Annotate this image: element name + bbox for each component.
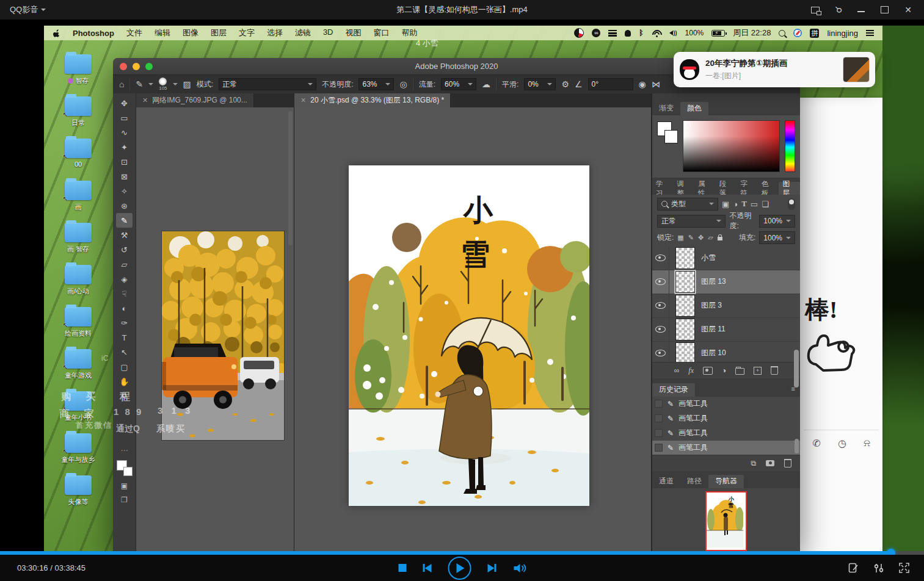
layer-thumbnail[interactable] xyxy=(675,271,695,293)
qq-notification[interactable]: 20年李宁静第①期插画 一卷:[图片] xyxy=(674,52,875,87)
layer-row[interactable]: T 图层 3 xyxy=(652,294,800,318)
symmetry-icon[interactable]: ⋈ xyxy=(652,79,660,89)
screenshot-button[interactable] xyxy=(848,563,859,573)
filter-smart-objects-icon[interactable]: ❏ xyxy=(762,200,769,209)
dock-scrollbar[interactable] xyxy=(794,350,799,388)
layer-opacity-select[interactable]: 100% xyxy=(759,215,795,228)
doodle-window[interactable]: 棒! ✆ ◷ ⍾ xyxy=(800,98,882,554)
pressure-size-icon[interactable]: ◉ xyxy=(639,79,646,89)
lock-artboard-icon[interactable]: ▱ xyxy=(708,234,713,242)
panel-tab[interactable]: 通道 xyxy=(652,475,680,488)
previous-button[interactable] xyxy=(423,564,431,572)
new-group-icon[interactable] xyxy=(735,368,744,375)
panel-tab[interactable]: 调整 xyxy=(674,182,695,195)
lock-position-icon[interactable]: ✥ xyxy=(698,234,704,242)
desktop-folder[interactable]: ↖ 画/心动 xyxy=(48,263,109,305)
color-swatch-pair[interactable] xyxy=(657,120,678,173)
close-tab-icon[interactable]: ✕ xyxy=(300,96,306,104)
layer-filter-select[interactable]: 类型 xyxy=(657,198,718,211)
doc-tab-psd[interactable]: ✕ 20 小雪.psd @ 33.3% (图层 13, RGB/8) * xyxy=(294,93,451,107)
safari-icon[interactable] xyxy=(793,29,802,37)
menubar-menu-item[interactable]: 视图 xyxy=(346,27,362,38)
brush-tool[interactable]: ✎ xyxy=(116,213,133,228)
history-step[interactable]: ✎ 画笔工具 xyxy=(652,441,800,455)
lasso-tool[interactable]: ∿ xyxy=(116,125,133,140)
volume-icon[interactable]: )) xyxy=(669,30,677,36)
history-brush-tool[interactable]: ↺ xyxy=(116,242,133,257)
menubar-menu-item[interactable]: 滤镜 xyxy=(295,27,311,38)
healing-brush-tool[interactable]: ⊛ xyxy=(116,198,133,213)
path-selection-tool[interactable]: ↖ xyxy=(116,345,133,359)
pane-body-right[interactable]: 小 雪 xyxy=(294,107,651,551)
menubar-menu-item[interactable]: 选择 xyxy=(267,27,283,38)
history-scrollbar[interactable] xyxy=(795,439,799,453)
screen-mode-icon[interactable]: ❐ xyxy=(121,496,128,504)
layer-fill-select[interactable]: 100% xyxy=(759,231,795,244)
panel-tab[interactable]: 图层 xyxy=(779,182,800,195)
crop-tool[interactable]: ⊡ xyxy=(116,154,133,169)
dodge-tool[interactable]: ◐ xyxy=(116,301,133,316)
color-swatches[interactable] xyxy=(117,460,133,476)
history-tab[interactable]: 历史记录 xyxy=(652,383,695,397)
pane-scrollbar[interactable] xyxy=(288,111,293,245)
home-icon[interactable]: ⌂ xyxy=(119,79,124,89)
menubar-menu-item[interactable]: 编辑 xyxy=(155,27,170,38)
fullscreen-button[interactable] xyxy=(899,563,909,573)
shape-tool[interactable]: ▢ xyxy=(116,359,133,374)
history-source-checkbox[interactable] xyxy=(655,444,663,452)
stop-button[interactable] xyxy=(398,564,406,572)
desktop-folder[interactable]: ↖ 00 xyxy=(48,137,109,179)
lock-all-icon[interactable] xyxy=(718,237,722,240)
layer-row[interactable]: T 图层 13 xyxy=(652,270,800,294)
desktop-folder[interactable]: ↖ 智存 xyxy=(48,52,109,95)
background-color-swatch[interactable] xyxy=(123,467,133,476)
menubar-user[interactable]: liningjing xyxy=(827,29,858,38)
menubar-menu-item[interactable]: 图层 xyxy=(211,27,227,38)
adjustment-layer-icon[interactable]: ◑ xyxy=(722,366,726,375)
layer-style-fx-icon[interactable]: fx xyxy=(688,366,694,375)
gradient-tool[interactable]: ◈ xyxy=(116,272,133,286)
angle-field[interactable]: 0° xyxy=(588,78,633,90)
filter-adjustment-layers-icon[interactable]: ◑ xyxy=(733,200,738,209)
history-source-checkbox[interactable] xyxy=(655,429,663,437)
delete-layer-icon[interactable] xyxy=(771,366,778,375)
move-tool[interactable]: ✥ xyxy=(116,96,133,110)
menubar-menu-item[interactable]: 帮助 xyxy=(402,27,418,38)
notification-app-icon[interactable] xyxy=(625,30,631,37)
smooth-select[interactable]: 0% xyxy=(524,78,556,90)
quick-mask-icon[interactable]: ▣ xyxy=(121,482,128,490)
volume-button[interactable] xyxy=(512,563,526,573)
history-step[interactable]: ✎ 画笔工具 xyxy=(652,397,800,411)
panel-tab[interactable]: 路径 xyxy=(680,475,708,488)
next-button[interactable] xyxy=(487,564,496,572)
play-button[interactable] xyxy=(448,557,471,580)
airbrush-icon[interactable]: ☁ xyxy=(482,79,490,89)
menubar-menu-item[interactable]: 文件 xyxy=(126,27,142,38)
toolbar-more-icon[interactable]: ⋯ xyxy=(121,446,128,455)
bell-icon[interactable]: ⍾ xyxy=(864,438,870,449)
spotlight-search-icon[interactable] xyxy=(779,30,785,37)
history-source-checkbox[interactable] xyxy=(655,414,663,422)
pressure-opacity-icon[interactable]: ◎ xyxy=(399,79,407,89)
desktop-folder[interactable]: ↖ 日常 xyxy=(48,95,109,137)
desktop-folder[interactable]: ↖ 童年小书 xyxy=(48,389,109,431)
layer-blend-mode-select[interactable]: 正常 xyxy=(657,215,726,228)
layer-thumbnail[interactable] xyxy=(675,247,695,269)
frame-tool[interactable]: ⊠ xyxy=(116,169,133,184)
pen-tool[interactable]: ✑ xyxy=(116,316,133,330)
desktop-folder[interactable]: ↖ 童年游戏 xyxy=(48,347,109,389)
panel-tab[interactable]: 字符 xyxy=(737,182,758,195)
layer-thumbnail[interactable] xyxy=(675,319,695,341)
hand-tool[interactable]: ✋ xyxy=(116,374,133,389)
blend-mode-select[interactable]: 正常 xyxy=(219,78,316,90)
minimize-button[interactable] xyxy=(857,11,865,12)
layer-row[interactable]: T 图层 10 xyxy=(652,342,800,363)
menubar-menu-item[interactable]: 3D xyxy=(323,27,333,38)
panel-tab[interactable]: 学习 xyxy=(652,182,674,195)
panel-tab[interactable]: 属性 xyxy=(694,182,716,195)
eraser-tool[interactable]: ▱ xyxy=(116,257,133,272)
creative-cloud-icon[interactable]: ∞ xyxy=(592,29,600,37)
menubar-clock[interactable]: 周日 22:28 xyxy=(733,27,771,38)
pin-icon[interactable]: ⚲ xyxy=(834,4,844,15)
filter-pixel-layers-icon[interactable]: ▣ xyxy=(722,200,729,209)
